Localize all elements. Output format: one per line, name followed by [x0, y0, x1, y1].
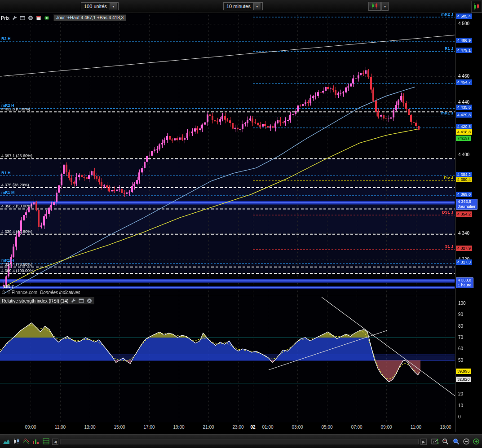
rsi-axis-value: 80: [458, 324, 463, 329]
time-tick: 15:00: [114, 425, 125, 430]
price-level-badge: 4 327,9: [456, 246, 472, 251]
time-tick: 13:00: [440, 425, 451, 430]
selected-level-price: 4 303,8: [458, 278, 472, 283]
copyright: © IT-Finance.comDonnées indicatives: [2, 290, 80, 295]
close-icon[interactable]: [86, 298, 93, 304]
pane-divider[interactable]: [0, 296, 455, 296]
date-tick: 02: [250, 425, 255, 430]
price-level-badge: 4 380,4: [456, 177, 472, 182]
candlestick-style-icon: [371, 3, 379, 10]
copyright-note: Données indicatives: [40, 290, 80, 295]
time-tick: 17:00: [143, 425, 155, 430]
time-tick: 07:00: [351, 425, 362, 430]
trading-chart-window: 100 unités ▾ 10 minutes ▾ ▾ Prix: [0, 0, 482, 448]
time-tick: 11:00: [411, 425, 421, 430]
price-pane-title: Prix: [1, 15, 9, 21]
table-icon[interactable]: [41, 437, 50, 446]
time-tick: 01:00: [262, 425, 273, 430]
price-axis-labels: 4 5004 4604 4404 4004 3404 3204 505,44 4…: [455, 0, 482, 432]
selected-level-badge: 4 303,81 heure: [456, 277, 473, 288]
price-level-badge: 4 505,4: [456, 13, 472, 19]
time-tick: 11:00: [55, 425, 66, 430]
fit-chart-icon[interactable]: [430, 437, 439, 446]
units-dropdown-value: 100 unités: [81, 3, 110, 10]
price-level-badge: 4 354,2: [456, 211, 472, 217]
price-axis-value: 4 400: [458, 152, 469, 157]
candlestick-chart-icon[interactable]: [12, 437, 21, 446]
chevron-down-icon[interactable]: ▾: [253, 3, 261, 10]
scrollbar-thumb[interactable]: [61, 439, 419, 444]
top-toolbar: 100 unités ▾ 10 minutes ▾ ▾: [0, 0, 482, 13]
rsi-axis-value: 50: [458, 358, 463, 363]
time-tick: 03:00: [292, 425, 303, 430]
panel-icon[interactable]: [78, 298, 84, 304]
selected-level-price: 4 363,5: [458, 199, 476, 204]
candle-countdown-badge: 7m19s: [456, 136, 471, 141]
price-level-badge: 4 435,6: [456, 105, 472, 110]
price-chart[interactable]: [0, 13, 455, 296]
wrench-icon[interactable]: [70, 298, 76, 304]
rsi-pane-title: Relative strength index (RSI) (14): [2, 299, 68, 303]
scroll-left-button[interactable]: ◀: [52, 439, 58, 445]
zoom-mode-icon[interactable]: [452, 437, 461, 446]
chart-style-icon[interactable]: [471, 1, 482, 13]
price-level-badge: 4 486,9: [456, 38, 472, 43]
price-axis-value: 4 340: [458, 231, 469, 236]
selected-level-badge: 4 363,5Journalier: [456, 199, 478, 210]
price-axis-value: 4 460: [458, 74, 469, 79]
rsi-chart[interactable]: [0, 296, 455, 422]
price-level-badge: 4 454,7: [456, 79, 472, 85]
selected-level-timeframe: Journalier: [458, 204, 476, 209]
time-axis[interactable]: 09:0011:0013:0015:0017:0019:0021:0023:00…: [0, 422, 455, 432]
bottom-toolbar: ◀ ▶: [0, 434, 482, 448]
panel-icon[interactable]: [19, 15, 26, 21]
price-axis-value: 4 440: [458, 100, 469, 105]
histogram-icon[interactable]: [31, 437, 40, 446]
price-level-badge: 4 429,8: [456, 112, 472, 118]
time-tick: 05:00: [321, 425, 332, 430]
price-pane-header: Prix Jour :+Haut 4 467,1 +Bas 4 418,3: [1, 14, 126, 21]
chart-type-button[interactable]: [368, 2, 381, 11]
chart-type-dropdown-button[interactable]: ▾: [381, 2, 389, 11]
copyright-site: © IT-Finance.com: [2, 290, 37, 295]
rsi-axis-value: 60: [458, 346, 463, 351]
time-tick: 13:00: [84, 425, 95, 430]
timeframe-dropdown-value: 10 minutes: [224, 3, 253, 10]
rsi-axis-value: 0: [458, 414, 461, 419]
rsi-axis-value: 20: [458, 391, 463, 396]
units-dropdown[interactable]: 100 unités ▾: [81, 2, 119, 10]
price-level-badge: 4 317,3: [456, 259, 472, 265]
close-icon[interactable]: [27, 15, 34, 21]
time-tick: 19:00: [173, 425, 184, 430]
time-tick: 23:00: [232, 425, 243, 430]
area-chart-icon[interactable]: [2, 437, 11, 446]
rsi-axis-value: 100: [458, 301, 466, 306]
rsi-pane-header: Relative strength index (RSI) (14): [0, 297, 94, 304]
time-tick: 21:00: [203, 425, 214, 430]
timeframe-dropdown[interactable]: 10 minutes ▾: [223, 2, 263, 10]
time-tick: 09:00: [380, 425, 392, 430]
zoom-reset-icon[interactable]: [441, 437, 450, 446]
rsi-axis-value: 10: [458, 403, 463, 408]
rsi-axis-value: 70: [458, 335, 463, 340]
price-level-badge: 4 420,8: [456, 124, 472, 129]
wrench-icon[interactable]: [11, 15, 18, 21]
price-level-badge: 4 369,0: [456, 192, 472, 197]
zoom-in-icon[interactable]: [472, 437, 481, 446]
day-high-low-info: Jour :+Haut 4 467,1 +Bas 4 418,3: [53, 14, 126, 21]
chevron-down-icon[interactable]: ▾: [110, 3, 117, 10]
popup-icon[interactable]: [35, 15, 42, 21]
price-axis-value: 4 500: [458, 21, 469, 26]
last-price-badge: 4 418,8: [456, 129, 472, 135]
scrollbar[interactable]: [60, 439, 419, 444]
selected-level-timeframe: 1 heure: [458, 283, 472, 288]
compare-icon[interactable]: [22, 437, 31, 446]
time-tick: 09:00: [25, 425, 36, 430]
price-level-badge: 4 479,1: [456, 48, 472, 53]
rsi-signal-badge: 32,820: [456, 377, 471, 382]
snapshot-icon[interactable]: [44, 15, 50, 21]
scroll-right-button[interactable]: ▶: [420, 439, 427, 445]
zoom-out-icon[interactable]: [462, 437, 471, 446]
rsi-value-badge: 39,996: [456, 369, 471, 374]
rsi-axis-value: 90: [458, 312, 463, 317]
